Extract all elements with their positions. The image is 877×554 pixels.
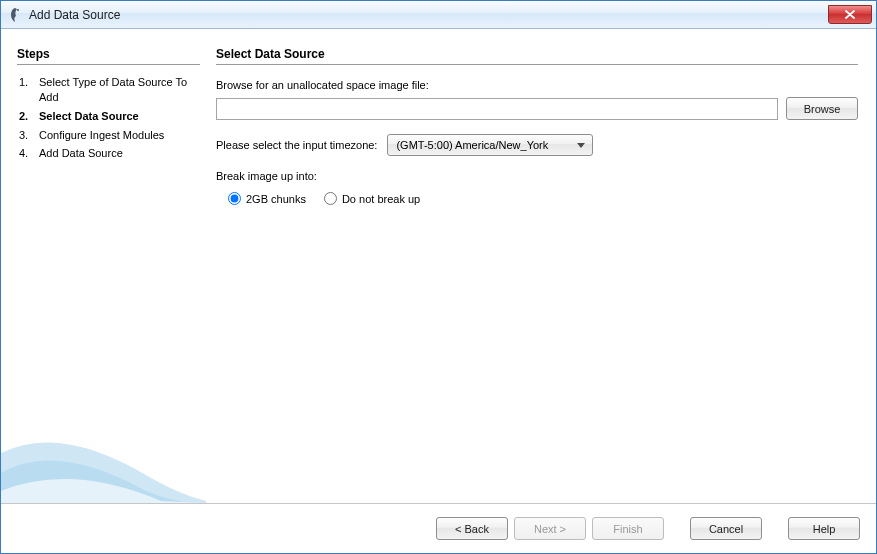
radio-nobreak-input[interactable]	[324, 192, 337, 205]
browse-row: Browse	[216, 97, 858, 120]
steps-heading: Steps	[17, 47, 200, 65]
step-label: Configure Ingest Modules	[39, 128, 200, 143]
image-path-input[interactable]	[216, 98, 778, 120]
step-number: 4.	[19, 146, 39, 161]
radio-nobreak[interactable]: Do not break up	[324, 192, 420, 205]
main-panel: Select Data Source Browse for an unalloc…	[206, 29, 876, 503]
timezone-select[interactable]: (GMT-5:00) America/New_York	[387, 134, 593, 156]
close-button[interactable]	[828, 5, 872, 24]
radio-2gb[interactable]: 2GB chunks	[228, 192, 306, 205]
dialog-window: Add Data Source Steps 1. Select Type of …	[0, 0, 877, 554]
finish-button[interactable]: Finish	[592, 517, 664, 540]
step-item: 3. Configure Ingest Modules	[19, 126, 200, 145]
step-label: Select Data Source	[39, 109, 200, 124]
step-number: 1.	[19, 75, 39, 90]
radio-2gb-label: 2GB chunks	[246, 193, 306, 205]
break-options: 2GB chunks Do not break up	[216, 192, 858, 205]
browse-button[interactable]: Browse	[786, 97, 858, 120]
step-label: Select Type of Data Source To Add	[39, 75, 200, 105]
step-item: 1. Select Type of Data Source To Add	[19, 73, 200, 107]
window-title: Add Data Source	[29, 8, 120, 22]
main-heading: Select Data Source	[216, 47, 858, 65]
step-number: 2.	[19, 109, 39, 124]
steps-list: 1. Select Type of Data Source To Add 2. …	[17, 73, 200, 163]
steps-panel: Steps 1. Select Type of Data Source To A…	[1, 29, 206, 503]
cancel-button[interactable]: Cancel	[690, 517, 762, 540]
step-label: Add Data Source	[39, 146, 200, 161]
svg-point-0	[17, 9, 19, 11]
step-item: 2. Select Data Source	[19, 107, 200, 126]
radio-nobreak-label: Do not break up	[342, 193, 420, 205]
timezone-row: Please select the input timezone: (GMT-5…	[216, 134, 858, 156]
app-icon	[7, 7, 23, 23]
radio-2gb-input[interactable]	[228, 192, 241, 205]
chevron-down-icon	[570, 143, 592, 148]
back-button[interactable]: < Back	[436, 517, 508, 540]
close-icon	[845, 10, 855, 19]
next-button[interactable]: Next >	[514, 517, 586, 540]
content-area: Steps 1. Select Type of Data Source To A…	[1, 29, 876, 503]
titlebar: Add Data Source	[1, 1, 876, 29]
button-bar: < Back Next > Finish Cancel Help	[1, 503, 876, 553]
timezone-label: Please select the input timezone:	[216, 139, 377, 151]
decorative-swoosh	[1, 363, 206, 503]
timezone-value: (GMT-5:00) America/New_York	[396, 139, 548, 151]
break-label: Break image up into:	[216, 170, 858, 182]
step-item: 4. Add Data Source	[19, 144, 200, 163]
browse-label: Browse for an unallocated space image fi…	[216, 79, 858, 91]
help-button[interactable]: Help	[788, 517, 860, 540]
window-controls	[828, 5, 874, 24]
step-number: 3.	[19, 128, 39, 143]
